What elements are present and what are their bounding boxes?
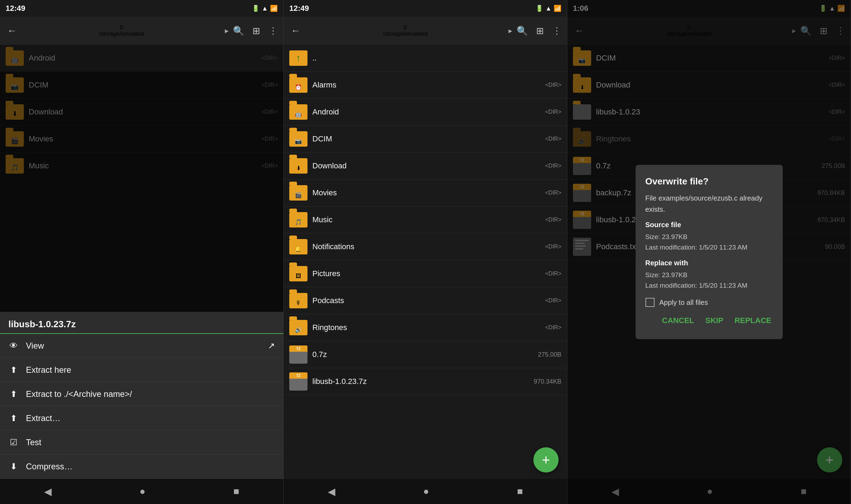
list-item[interactable]: 🤖 Android <DIR> [284,99,567,126]
overwrite-dialog: Overwrite file? File examples/source/ezu… [636,165,783,340]
back-button-middle[interactable]: ← [288,24,303,38]
battery-icon-left: 🔋 [252,5,260,12]
list-item[interactable]: 7Z libusb-1.0.23.7z 970.34KB [284,368,567,395]
dialog-replace-size: Size: 23.97KB [645,270,773,280]
list-item[interactable]: ↑ .. [284,45,567,72]
file-meta: <DIR> [545,190,561,196]
toolbar-actions-middle: 🔍 ⊞ ⋮ [515,24,563,38]
context-menu: libusb-1.0.23.7z 👁 View ↗ ⬆ Extract here… [0,312,283,479]
extract-icon: ⬆ [8,413,19,423]
file-meta: <DIR> [545,324,561,331]
bottom-nav-left: ◀ ● ■ [0,479,283,504]
path-text-middle: /storage/emulated [383,31,428,37]
up-folder-icon: ↑ [289,49,307,67]
context-menu-view[interactable]: 👁 View ↗ [0,334,283,358]
signal-icons-middle: 🔋 ▲ 📶 [535,5,561,12]
list-item[interactable]: 7Z 0.7z 275.00B [284,341,567,368]
file-name: Alarms [312,80,545,90]
context-menu-extract[interactable]: ⬆ Extract… [0,406,283,430]
more-icon-middle[interactable]: ⋮ [551,24,563,38]
grid-icon-left[interactable]: ⊞ [251,24,262,38]
grid-icon-middle[interactable]: ⊞ [535,24,545,38]
compress-label: Compress… [26,462,72,471]
file-meta: <DIR> [545,109,561,115]
view-icon: 👁 [8,341,19,351]
skip-button[interactable]: Skip [704,313,725,328]
extract-here-label: Extract here [26,365,71,375]
list-item[interactable]: 🔊 Ringtones <DIR> [284,314,567,341]
dialog-source-label: Source file [645,219,773,230]
search-icon-left[interactable]: 🔍 [231,24,245,38]
more-icon-left[interactable]: ⋮ [267,24,279,38]
file-meta: <DIR> [545,298,561,304]
folder-icon-music-m: 🎵 [289,211,307,229]
file-meta: <DIR> [545,82,561,88]
dialog-source-size: Size: 23.97KB [645,232,773,242]
file-name: Android [312,107,545,117]
view-arrow-icon: ↗ [268,341,275,351]
replace-button[interactable]: Replace [733,313,773,328]
context-menu-test[interactable]: ☑ Test [0,430,283,455]
dialog-apply-all-row: Apply to all files [645,298,773,307]
folder-icon-dcim-m: 📷 [289,130,307,148]
file-name: DCIM [312,134,545,144]
panel-left: 12:49 🔋 ▲ 📶 ← 0 /storage/emulated ▶ 🔍 ⊞ … [0,0,284,504]
list-item[interactable]: 🎙 Podcasts <DIR> [284,287,567,314]
context-menu-extract-here[interactable]: ⬆ Extract here [0,358,283,382]
file-name: Notifications [312,242,545,251]
cancel-button[interactable]: Cancel [660,313,696,328]
path-display-middle: 0 /storage/emulated [306,24,504,37]
dialog-replace-label: Replace with [645,257,773,268]
folder-icon-alarms: ⏰ [289,76,307,94]
dialog-source-date: Last modification: 1/5/20 11:23 AM [645,242,773,253]
path-number-middle: 0 [404,24,407,31]
search-icon-middle[interactable]: 🔍 [515,24,529,38]
folder-icon-download-m: ⬇ [289,157,307,175]
back-nav-left[interactable]: ◀ [34,482,62,501]
dialog-description: File examples/source/ezusb.c already exi… [645,192,773,215]
test-label: Test [26,438,41,447]
folder-icon-movies-m: 🎬 [289,184,307,202]
fab-middle[interactable]: + [533,447,559,472]
file-meta: 970.34KB [534,378,561,385]
apply-all-checkbox[interactable] [645,298,655,307]
extract-label: Extract… [26,413,61,423]
list-item[interactable]: 🔔 Notifications <DIR> [284,233,567,260]
file-name: Music [312,215,545,224]
context-menu-extract-named[interactable]: ⬆ Extract to ./<Archive name>/ [0,382,283,406]
dialog-overlay: Overwrite file? File examples/source/ezu… [567,0,851,504]
dialog-buttons: Cancel Skip Replace [645,313,773,328]
extract-named-icon: ⬆ [8,389,19,399]
list-item[interactable]: ⏰ Alarms <DIR> [284,72,567,99]
dialog-body: File examples/source/ezusb.c already exi… [645,192,773,291]
file-name: 0.7z [312,350,538,359]
file-name: .. [312,54,561,63]
bottom-nav-middle: ◀ ● ■ [284,479,567,504]
back-button-left[interactable]: ← [4,24,20,38]
status-bar-left: 12:49 🔋 ▲ 📶 [0,0,283,17]
wifi-icon-middle: 📶 [554,5,561,12]
list-item[interactable]: 🎬 Movies <DIR> [284,180,567,206]
toolbar-left: ← 0 /storage/emulated ▶ 🔍 ⊞ ⋮ [0,17,283,45]
home-nav-middle[interactable]: ● [413,482,440,500]
home-nav-left[interactable]: ● [129,482,156,500]
path-indicator-left: ▶ [225,28,229,34]
path-display-left: 0 /storage/emulated [22,24,221,37]
recent-nav-middle[interactable]: ■ [507,482,534,500]
recent-nav-left[interactable]: ■ [223,482,250,500]
list-item[interactable]: ⬇ Download <DIR> [284,153,567,180]
toolbar-middle: ← 0 /storage/emulated ▶ 🔍 ⊞ ⋮ [284,17,567,45]
archive-icon-0-7z-m: 7Z [289,345,307,364]
back-nav-middle[interactable]: ◀ [317,482,346,501]
file-name: Download [312,161,545,170]
test-icon: ☑ [8,438,19,447]
status-bar-middle: 12:49 🔋 ▲ 📶 [284,0,567,17]
panel-right: 1:06 🔋 ▲ 📶 ← 0 /storage/emulated ▶ 🔍 ⊞ ⋮… [567,0,851,504]
context-menu-compress[interactable]: ⬇ Compress… [0,455,283,479]
folder-icon-ringtones-m: 🔊 [289,318,307,337]
list-item[interactable]: 📷 DCIM <DIR> [284,126,567,153]
list-item[interactable]: 🖼 Pictures <DIR> [284,260,567,287]
list-item[interactable]: 🎵 Music <DIR> [284,206,567,233]
folder-icon-notifications-m: 🔔 [289,238,307,256]
extract-named-label: Extract to ./<Archive name>/ [26,389,132,399]
